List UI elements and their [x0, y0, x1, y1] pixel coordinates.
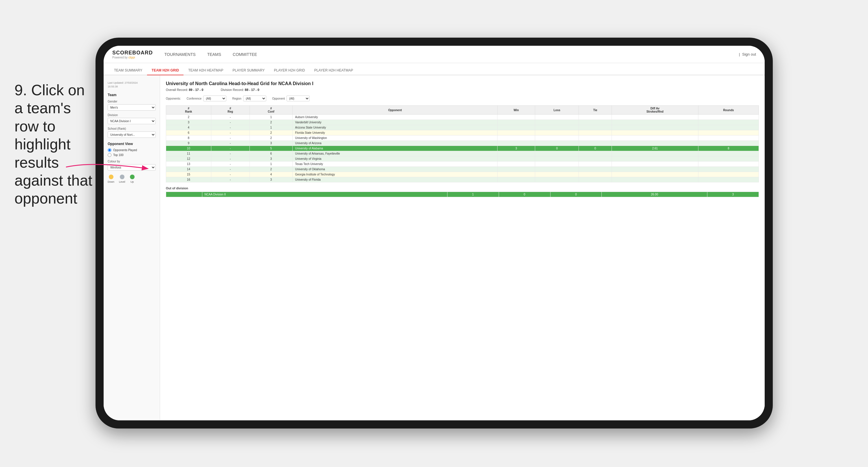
cell-conf: 2 — [249, 130, 292, 136]
h2h-table: #Rank #Reg #Conf Opponent Win Loss Tie D… — [166, 106, 759, 182]
cell-diff — [612, 141, 698, 146]
cell-tie — [579, 162, 612, 167]
nav-teams[interactable]: TEAMS — [207, 51, 221, 58]
table-row[interactable]: 4-1Arizona State University — [166, 125, 759, 130]
col-rank: #Rank — [166, 106, 211, 115]
radio-opponents-played[interactable]: Opponents Played — [108, 148, 156, 152]
table-row[interactable]: 3-2Vanderbilt University — [166, 120, 759, 125]
cell-win — [498, 151, 535, 156]
region-filter-select[interactable]: (All) — [243, 95, 266, 101]
cell-reg: - — [211, 177, 249, 182]
sidebar-school-select[interactable]: University of Nort... — [108, 132, 156, 138]
cell-reg: - — [211, 151, 249, 156]
col-opponent: Opponent — [292, 106, 498, 115]
cell-rank: 3 — [166, 120, 211, 125]
table-row[interactable]: 15-4Georgia Institute of Technology — [166, 172, 759, 177]
cell-conf: 1 — [249, 162, 292, 167]
cell-reg: - — [211, 136, 249, 141]
cell-loss — [535, 120, 579, 125]
tablet-frame: SCOREBOARD Powered by clippi TOURNAMENTS… — [95, 38, 773, 429]
sidebar-gender-select[interactable]: Men's — [108, 104, 156, 111]
tab-team-summary[interactable]: TEAM SUMMARY — [110, 66, 147, 75]
table-row[interactable]: 14-2University of Oklahoma — [166, 167, 759, 172]
out-of-division-section: Out of division NCAA Division II 1 0 0 2… — [166, 186, 759, 197]
cell-reg: - — [211, 120, 249, 125]
table-row[interactable]: 12-3University of Virginia — [166, 156, 759, 162]
table-row[interactable]: 16-3University of Florida — [166, 177, 759, 182]
cell-opponent: Auburn University — [292, 115, 498, 120]
cell-rounds — [698, 167, 758, 172]
cell-tie — [579, 167, 612, 172]
tab-player-h2h-grid[interactable]: PLAYER H2H GRID — [270, 66, 310, 75]
record-row: Overall Record: 89 - 17 - 0 Division Rec… — [166, 88, 759, 91]
cell-win — [498, 141, 535, 146]
table-row[interactable]: 9-3University of Arizona — [166, 141, 759, 146]
cell-rank: 13 — [166, 162, 211, 167]
cell-rank: 10 — [166, 146, 211, 151]
cell-rank: 15 — [166, 172, 211, 177]
cell-opponent: Georgia Institute of Technology — [292, 172, 498, 177]
opponent-filter-select[interactable]: (All) — [286, 95, 310, 101]
table-row[interactable]: 10-5University of Alabama3002.618 — [166, 146, 759, 151]
col-loss: Loss — [535, 106, 579, 115]
legend-down: Down — [108, 175, 114, 183]
cell-diff — [612, 115, 698, 120]
conference-filter-select[interactable]: (All) — [203, 95, 226, 101]
division-record: Division Record: 88 - 17 - 0 — [221, 88, 259, 91]
tab-player-summary[interactable]: PLAYER SUMMARY — [228, 66, 270, 75]
cell-opponent: University of Virginia — [292, 156, 498, 162]
cell-rounds — [698, 141, 758, 146]
cell-rank: 14 — [166, 167, 211, 172]
instruction-text: 9. Click on a team's row to highlight re… — [14, 81, 95, 208]
table-row[interactable]: 8-2University of Washington — [166, 136, 759, 141]
sub-nav: TEAM SUMMARY TEAM H2H GRID TEAM H2H HEAT… — [104, 63, 765, 75]
bottom-toolbar: ↩ ↪ ↩ ⎘ 📋 — 🕐 ☰ View: Original 💾 Save Cu… — [104, 420, 765, 420]
division-table: NCAA Division II 1 0 0 26.00 3 — [166, 192, 759, 197]
cell-reg: - — [211, 130, 249, 136]
table-row[interactable]: 11-6University of Arkansas, Fayetteville — [166, 151, 759, 156]
cell-reg: - — [211, 156, 249, 162]
cell-tie — [579, 141, 612, 146]
table-row[interactable]: 13-1Texas Tech University — [166, 162, 759, 167]
tab-player-h2h-heatmap[interactable]: PLAYER H2H HEATMAP — [310, 66, 358, 75]
tab-team-h2h-grid[interactable]: TEAM H2H GRID — [147, 66, 184, 75]
col-conf: #Conf — [249, 106, 292, 115]
logo-scoreboard: SCOREBOARD — [112, 50, 153, 56]
cell-tie — [579, 130, 612, 136]
col-reg: #Reg — [211, 106, 249, 115]
sidebar-division-select[interactable]: NCAA Division I — [108, 118, 156, 124]
col-diff: Diff AvStrokes/Rnd — [612, 106, 698, 115]
cell-loss — [535, 151, 579, 156]
cell-diff — [612, 130, 698, 136]
cell-rounds — [698, 162, 758, 167]
cell-reg: - — [211, 141, 249, 146]
cell-rounds — [698, 130, 758, 136]
sidebar-division-label: Division — [108, 114, 156, 117]
table-row-division[interactable]: NCAA Division II 1 0 0 26.00 3 — [166, 192, 759, 197]
cell-rank: 16 — [166, 177, 211, 182]
table-row[interactable]: 2-1Auburn University — [166, 115, 759, 120]
table-row[interactable]: 6-2Florida State University — [166, 130, 759, 136]
logo-powered: Powered by clippi — [112, 56, 153, 59]
cell-conf: 1 — [249, 125, 292, 130]
cell-rounds: 8 — [698, 146, 758, 151]
cell-loss — [535, 162, 579, 167]
filter-region: Region (All) — [232, 95, 266, 101]
cell-opponent: University of Arizona — [292, 141, 498, 146]
cell-loss — [535, 115, 579, 120]
filter-conference: Conference (All) — [187, 95, 227, 101]
radio-top100[interactable]: Top 100 — [108, 153, 156, 157]
nav-tournaments[interactable]: TOURNAMENTS — [164, 51, 196, 58]
cell-win — [498, 156, 535, 162]
legend-level: Level — [119, 175, 125, 183]
cell-reg: - — [211, 146, 249, 151]
filters-row: Opponents: Conference (All) Region (All) — [166, 95, 759, 101]
cell-win — [498, 162, 535, 167]
nav-committee[interactable]: COMMITTEE — [233, 51, 257, 58]
tab-team-h2h-heatmap[interactable]: TEAM H2H HEATMAP — [184, 66, 228, 75]
sign-in-link[interactable]: Sign out — [742, 52, 756, 56]
cell-rounds — [698, 177, 758, 182]
cell-conf: 2 — [249, 167, 292, 172]
cell-opponent: University of Alabama — [292, 146, 498, 151]
cell-conf: 1 — [249, 115, 292, 120]
